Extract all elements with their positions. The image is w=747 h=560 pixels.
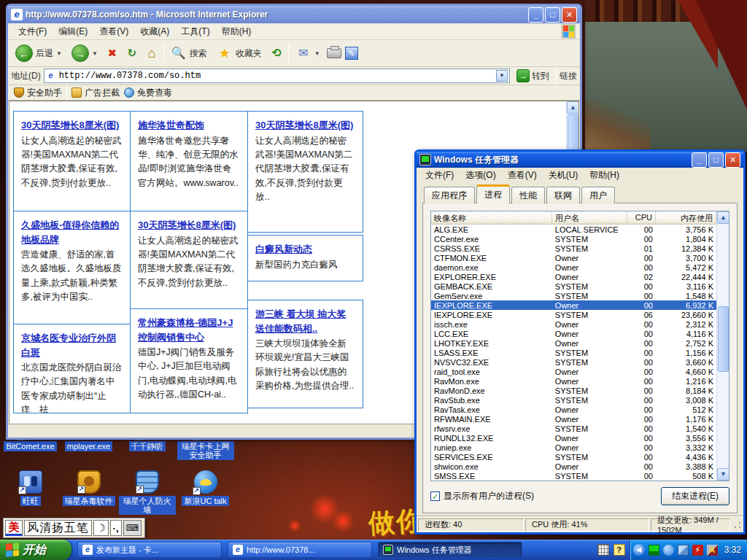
ime-language-button[interactable]: 美 xyxy=(5,520,23,536)
process-list-scrollbar[interactable]: ▲ ▼ xyxy=(716,211,729,481)
menu-item[interactable]: 帮助(H) xyxy=(584,168,625,183)
network-tray-icon[interactable] xyxy=(678,545,689,556)
process-row[interactable]: SERVICES.EXE SYSTEM 00 4,436 K xyxy=(431,452,716,462)
tab[interactable]: 用户 xyxy=(581,187,615,203)
process-row[interactable]: rfwsrv.exe SYSTEM 00 1,540 K xyxy=(431,424,716,433)
process-row[interactable]: IEXPLORE.EXE Owner 00 6,932 K xyxy=(431,300,716,310)
ad-link[interactable]: 30天阴茎增长8厘米(图) xyxy=(138,219,236,230)
process-row[interactable]: RFWMAIN.EXE Owner 00 1,176 K xyxy=(431,414,716,424)
process-row[interactable]: ALG.EXE LOCAL SERVICE 00 3,756 K xyxy=(431,225,716,234)
process-row[interactable]: LCC.EXE Owner 00 4,116 K xyxy=(431,329,716,338)
desktop-icon-uc-talk[interactable]: ↗ 新浪UC talk xyxy=(177,470,234,515)
home-button[interactable]: ⌂ xyxy=(144,45,160,61)
history-button[interactable]: ⟲ xyxy=(268,45,285,61)
favorites-button[interactable]: ★ 收藏夹 xyxy=(214,44,265,63)
column-header-cpu[interactable]: CPU xyxy=(627,211,656,224)
go-button[interactable]: → 转到 xyxy=(513,69,553,83)
process-row[interactable]: CCenter.exe SYSTEM 00 1,804 K xyxy=(431,234,716,244)
process-row[interactable]: LSASS.EXE SYSTEM 00 1,156 K xyxy=(431,348,716,357)
process-row[interactable]: LHOTKEY.EXE Owner 00 2,752 K xyxy=(431,338,716,348)
mail-dropdown-icon[interactable]: ▼ xyxy=(314,50,320,57)
virus-scan-button[interactable]: 免费查毒 xyxy=(124,87,172,99)
refresh-button[interactable]: ↻ xyxy=(124,45,140,61)
taskbar-button-task-manager[interactable]: Windows 任务管理器 xyxy=(378,542,522,558)
menu-item[interactable]: 选项(O) xyxy=(460,168,501,183)
ad-link[interactable]: 京城名医专业治疗外阴白斑 xyxy=(21,332,116,358)
scroll-down-icon[interactable]: ▼ xyxy=(717,468,729,481)
minimize-button[interactable]: _ xyxy=(692,152,707,168)
tray-collapse-chevron-icon[interactable]: ◀ xyxy=(633,544,645,556)
minimize-button[interactable]: _ xyxy=(528,7,543,23)
process-row[interactable]: GEMBACK.EXE SYSTEM 00 3,116 K xyxy=(431,281,716,291)
graphics-utility-tray-icon[interactable]: A xyxy=(707,545,718,556)
scrollbar-thumb[interactable] xyxy=(718,306,729,372)
process-row[interactable]: CTFMON.EXE Owner 00 3,700 K xyxy=(431,253,716,262)
menu-item[interactable]: 工具(T) xyxy=(175,23,215,40)
mail-button[interactable]: ✉ ▼ xyxy=(293,44,323,63)
menu-item[interactable]: 关机(U) xyxy=(543,168,584,183)
links-label[interactable]: 链接 xyxy=(560,70,577,82)
forward-dropdown-icon[interactable]: ▼ xyxy=(92,50,98,57)
ime-name-label[interactable]: 风清扬五笔 xyxy=(24,520,92,536)
maximize-button[interactable]: □ xyxy=(545,7,560,23)
messenger-tray-icon[interactable] xyxy=(663,545,674,556)
ime-fullhalf-icon[interactable]: ☽ xyxy=(93,520,109,536)
start-button[interactable]: 开始 xyxy=(0,540,71,560)
close-button[interactable]: ✕ xyxy=(725,152,740,168)
menu-item[interactable]: 文件(F) xyxy=(419,168,460,183)
menu-item[interactable]: 查看(V) xyxy=(93,23,134,40)
tab[interactable]: 进程 xyxy=(476,184,510,203)
process-row[interactable]: IEXPLORE.EXE SYSTEM 06 23,660 K xyxy=(431,310,716,319)
close-button[interactable]: ✕ xyxy=(562,7,577,23)
process-row[interactable]: NVSVC32.EXE SYSTEM 00 3,660 K xyxy=(431,357,716,367)
tab[interactable]: 应用程序 xyxy=(424,187,475,203)
ad-block-button[interactable]: 广告拦截 xyxy=(71,87,120,99)
process-row[interactable]: EXPLORER.EXE Owner 02 22,444 K xyxy=(431,272,716,281)
menu-item[interactable]: 文件(F) xyxy=(12,23,53,40)
ad-link[interactable]: 白癜风新动态 xyxy=(255,244,312,254)
column-header-name[interactable]: 映像名称 xyxy=(431,211,552,224)
resize-grip[interactable] xyxy=(733,521,742,529)
process-row[interactable]: daemon.exe Owner 00 5,472 K xyxy=(431,262,716,272)
ime-keyboard-icon[interactable]: ⌨ xyxy=(123,520,142,536)
menu-item[interactable]: 收藏(A) xyxy=(134,23,175,40)
taskbar-button-forum[interactable]: e 发布新主题 - 卡... xyxy=(77,542,222,558)
tab[interactable]: 联网 xyxy=(546,187,580,203)
rising-antivirus-tray-icon[interactable]: ⚡ xyxy=(692,545,703,556)
maximize-button[interactable]: □ xyxy=(708,152,724,168)
column-header-user[interactable]: 用户名 xyxy=(552,211,627,224)
column-header-mem[interactable]: 内存使用 xyxy=(656,211,716,224)
tab[interactable]: 性能 xyxy=(511,187,545,203)
ad-link[interactable]: 游三峡 看大坝 抽大奖 送佳能数码相.. xyxy=(255,308,346,334)
back-dropdown-icon[interactable]: ▼ xyxy=(56,50,62,57)
show-all-users-checkbox[interactable]: ✓ xyxy=(430,491,440,501)
ime-punctuation-icon[interactable]: ·, xyxy=(110,520,122,536)
security-assistant-button[interactable]: 安全助手 xyxy=(14,87,62,99)
desktop-icon-wangwang[interactable]: ↗ 旺旺 xyxy=(1,470,59,515)
scroll-up-icon[interactable]: ▲ xyxy=(717,211,729,224)
process-row[interactable]: GemServ.exe SYSTEM 00 1,548 K xyxy=(431,291,716,300)
menu-item[interactable]: 查看(V) xyxy=(502,168,543,183)
process-row[interactable]: RavStub.exe SYSTEM 00 3,008 K xyxy=(431,395,716,405)
process-row[interactable]: RavMonD.exe SYSTEM 00 8,184 K xyxy=(431,386,716,395)
search-button[interactable]: 🔍 搜索 xyxy=(168,44,210,63)
task-manager-titlebar[interactable]: Windows 任务管理器 _ □ ✕ xyxy=(417,152,743,168)
address-input[interactable]: e http://www.07378.com/so.htm ▼ xyxy=(44,69,510,83)
process-row[interactable]: shwicon.exe Owner 00 3,388 K xyxy=(431,462,716,471)
taskbar-button-07378[interactable]: e http://www.07378... xyxy=(228,542,372,558)
process-row[interactable]: CSRSS.EXE SYSTEM 01 12,384 K xyxy=(431,244,716,253)
stop-button[interactable]: ✖ xyxy=(104,45,120,61)
end-process-button[interactable]: 结束进程(E) xyxy=(661,487,729,505)
menu-item[interactable]: 编辑(E) xyxy=(53,23,93,40)
ad-link[interactable]: 施华洛世奇配饰 xyxy=(138,120,204,131)
cpu-meter-tray-icon[interactable] xyxy=(649,545,659,556)
back-button[interactable]: ← 后退 ▼ xyxy=(12,43,65,63)
desktop-icon-rising-firewall[interactable]: ↗ 瑞星个人防火墙 xyxy=(118,470,176,515)
ime-help-icon[interactable]: ? xyxy=(614,544,625,556)
process-row[interactable]: SMSS.EXE SYSTEM 00 508 K xyxy=(431,471,716,481)
scroll-up-icon[interactable]: ▲ xyxy=(567,101,579,114)
process-row[interactable]: RavMon.exe Owner 00 1,216 K xyxy=(431,376,716,386)
edit-button[interactable]: ✎ xyxy=(345,47,358,60)
process-row[interactable]: RavTask.exe Owner 00 512 K xyxy=(431,405,716,414)
print-button[interactable] xyxy=(327,48,341,58)
